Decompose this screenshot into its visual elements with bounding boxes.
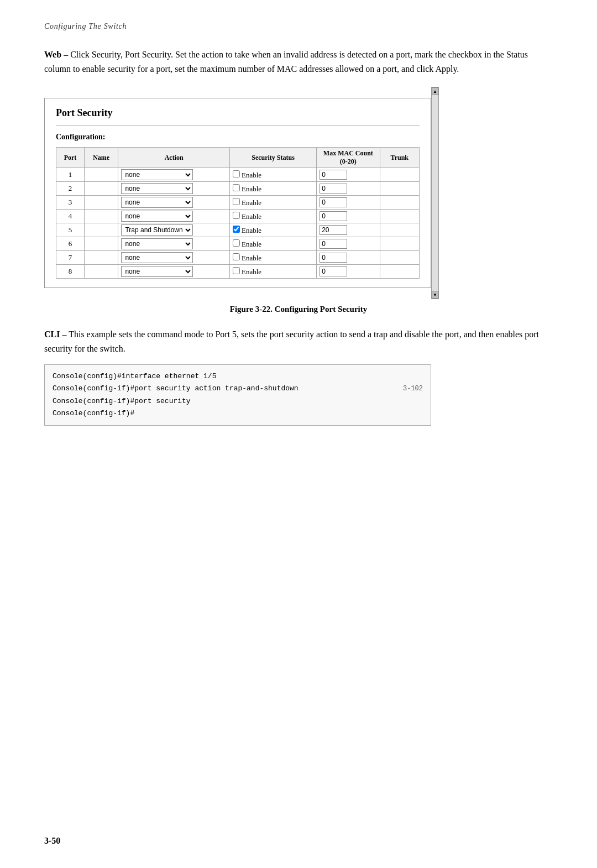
action-select[interactable]: noneTrapShutdownTrap and Shutdown <box>121 183 193 194</box>
action-select[interactable]: noneTrapShutdownTrap and Shutdown <box>121 238 193 249</box>
status-checkbox[interactable] <box>233 184 240 191</box>
intro-body: – Click Security, Port Security. Set the… <box>44 50 528 74</box>
mac-count-input[interactable] <box>320 253 347 263</box>
cell-status[interactable]: Enable <box>229 168 316 182</box>
panel-title: Port Security <box>56 107 420 119</box>
status-checkbox[interactable] <box>233 198 240 205</box>
cell-name <box>84 168 118 182</box>
code-line: Console(config-if)#port security action … <box>53 383 423 395</box>
status-checkbox[interactable] <box>233 170 240 177</box>
table-row: 6noneTrapShutdownTrap and ShutdownEnable <box>56 237 420 251</box>
col-trunk: Trunk <box>380 148 420 168</box>
cell-trunk <box>380 265 420 279</box>
cell-status[interactable]: Enable <box>229 210 316 223</box>
cell-mac-count[interactable] <box>317 182 380 196</box>
cell-status[interactable]: Enable <box>229 237 316 251</box>
col-security-status: Security Status <box>229 148 316 168</box>
col-action: Action <box>118 148 230 168</box>
cell-port: 1 <box>56 168 85 182</box>
scrollbar[interactable]: ▲ ▼ <box>431 87 439 299</box>
mac-count-input[interactable] <box>320 239 347 249</box>
cell-status[interactable]: Enable <box>229 223 316 237</box>
mac-count-input[interactable] <box>320 184 347 194</box>
cell-trunk <box>380 182 420 196</box>
figure-caption: Figure 3-22. Configuring Port Security <box>44 305 553 314</box>
status-checkbox[interactable] <box>233 212 240 219</box>
cell-name <box>84 251 118 265</box>
cli-label: CLI <box>44 330 60 339</box>
table-row: 1noneTrapShutdownTrap and ShutdownEnable <box>56 168 420 182</box>
cell-port: 8 <box>56 265 85 279</box>
code-block: Console(config)#interface ethernet 1/5Co… <box>44 364 431 425</box>
code-line: Console(config)#interface ethernet 1/5 <box>53 370 423 383</box>
action-select[interactable]: noneTrapShutdownTrap and Shutdown <box>121 252 193 263</box>
code-line-text: Console(config)#interface ethernet 1/5 <box>53 370 216 383</box>
cell-port: 2 <box>56 182 85 196</box>
action-select[interactable]: noneTrapShutdownTrap and Shutdown <box>121 266 193 277</box>
table-row: 2noneTrapShutdownTrap and ShutdownEnable <box>56 182 420 196</box>
code-line-text: Console(config-if)# <box>53 407 134 420</box>
cell-status[interactable]: Enable <box>229 265 316 279</box>
status-checkbox[interactable] <box>233 239 240 247</box>
cell-action[interactable]: noneTrapShutdownTrap and Shutdown <box>118 237 230 251</box>
mac-count-input[interactable] <box>320 266 347 276</box>
status-checkbox[interactable] <box>233 267 240 274</box>
status-checkbox[interactable] <box>233 226 240 233</box>
code-line: Console(config-if)# <box>53 407 423 420</box>
enable-label: Enable <box>242 198 261 207</box>
scroll-up-button[interactable]: ▲ <box>432 87 438 95</box>
table-row: 3noneTrapShutdownTrap and ShutdownEnable <box>56 196 420 210</box>
action-select[interactable]: noneTrapShutdownTrap and Shutdown <box>121 169 193 180</box>
cell-mac-count[interactable] <box>317 265 380 279</box>
table-row: 7noneTrapShutdownTrap and ShutdownEnable <box>56 251 420 265</box>
cell-mac-count[interactable] <box>317 223 380 237</box>
mac-count-input[interactable] <box>320 211 347 221</box>
code-line-num: 3-102 <box>403 383 423 394</box>
cell-port: 3 <box>56 196 85 210</box>
cell-action[interactable]: noneTrapShutdownTrap and Shutdown <box>118 168 230 182</box>
enable-label: Enable <box>242 254 261 262</box>
web-label: Web <box>44 50 61 59</box>
status-checkbox[interactable] <box>233 253 240 260</box>
scroll-down-button[interactable]: ▼ <box>432 291 438 299</box>
enable-label: Enable <box>242 240 261 248</box>
cell-action[interactable]: noneTrapShutdownTrap and Shutdown <box>118 182 230 196</box>
cell-port: 7 <box>56 251 85 265</box>
cell-action[interactable]: noneTrapShutdownTrap and Shutdown <box>118 196 230 210</box>
cell-status[interactable]: Enable <box>229 196 316 210</box>
col-name: Name <box>84 148 118 168</box>
cell-action[interactable]: noneTrapShutdownTrap and Shutdown <box>118 265 230 279</box>
mac-count-input[interactable] <box>320 170 347 180</box>
cell-name <box>84 182 118 196</box>
cell-port: 5 <box>56 223 85 237</box>
cell-mac-count[interactable] <box>317 251 380 265</box>
enable-label: Enable <box>242 171 261 179</box>
cell-mac-count[interactable] <box>317 210 380 223</box>
cell-port: 6 <box>56 237 85 251</box>
code-line-text: Console(config-if)#port security action … <box>53 383 298 395</box>
config-label: Configuration: <box>56 133 420 142</box>
cell-action[interactable]: noneTrapShutdownTrap and Shutdown <box>118 210 230 223</box>
action-select[interactable]: noneTrapShutdownTrap and Shutdown <box>121 197 193 208</box>
table-header-row: Port Name Action Security Status Max MAC… <box>56 148 420 168</box>
action-select[interactable]: noneTrapShutdownTrap and Shutdown <box>121 224 193 236</box>
cell-mac-count[interactable] <box>317 168 380 182</box>
cell-status[interactable]: Enable <box>229 251 316 265</box>
cell-port: 4 <box>56 210 85 223</box>
cell-mac-count[interactable] <box>317 196 380 210</box>
cell-mac-count[interactable] <box>317 237 380 251</box>
cell-trunk <box>380 223 420 237</box>
cell-trunk <box>380 168 420 182</box>
cell-trunk <box>380 210 420 223</box>
cli-body: – This example sets the command mode to … <box>44 330 539 353</box>
port-security-table: Port Name Action Security Status Max MAC… <box>56 147 420 279</box>
cell-action[interactable]: noneTrapShutdownTrap and Shutdown <box>118 251 230 265</box>
mac-count-input[interactable] <box>320 197 347 207</box>
cell-status[interactable]: Enable <box>229 182 316 196</box>
col-mac-count: Max MAC Count (0-20) <box>317 148 380 168</box>
code-line-text: Console(config-if)#port security <box>53 395 191 407</box>
enable-label: Enable <box>242 185 261 193</box>
mac-count-input[interactable] <box>320 225 347 235</box>
action-select[interactable]: noneTrapShutdownTrap and Shutdown <box>121 211 193 222</box>
cell-action[interactable]: noneTrapShutdownTrap and Shutdown <box>118 223 230 237</box>
